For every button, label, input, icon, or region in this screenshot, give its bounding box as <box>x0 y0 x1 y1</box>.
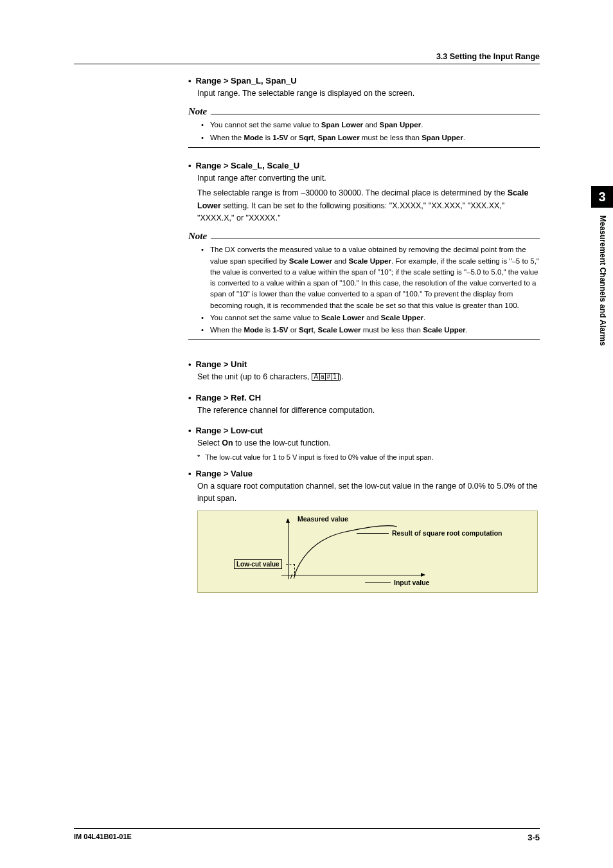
note-list: The DX converts the measured value to a … <box>210 244 540 336</box>
body-refch: The reference channel for difference com… <box>197 404 540 417</box>
note-item: You cannot set the same value to Scale L… <box>210 312 540 323</box>
label-measured: Measured value <box>298 515 348 523</box>
label-result: Result of square root computation <box>392 529 502 537</box>
body-scale-1: Input range after converting the unit. <box>197 172 540 185</box>
lead-line <box>357 533 389 534</box>
chapter-number: 3 <box>598 190 605 204</box>
page-header: 3.3 Setting the Input Range <box>74 52 540 64</box>
page-footer: IM 04L41B01-01E 3-5 <box>74 828 540 842</box>
note-item: The DX converts the measured value to a … <box>210 244 540 311</box>
asterisk: * <box>197 453 200 461</box>
page-content: 3.3 Setting the Input Range Range > Span… <box>74 52 540 593</box>
note-header: Note <box>188 231 540 242</box>
heading-value: Range > Value <box>188 469 540 478</box>
lead-line <box>365 582 391 583</box>
body-value: On a square root computation channel, se… <box>197 480 540 505</box>
note-label: Note <box>188 231 211 242</box>
keycap-icon: Aa#1 <box>312 373 339 381</box>
heading-scale: Range > Scale_L, Scale_U <box>188 161 540 170</box>
side-tab: 3 Measurement Channels and Alarms <box>591 186 613 461</box>
chapter-number-box: 3 <box>591 186 613 208</box>
note-item: When the Mode is 1-5V or Sqrt, Scale Low… <box>210 325 540 336</box>
body-scale-2: The selectable range is from –30000 to 3… <box>197 187 540 224</box>
lowcut-dash <box>286 564 295 565</box>
note-list: You cannot set the same value to Span Lo… <box>210 120 540 143</box>
heading-unit: Range > Unit <box>188 359 540 369</box>
note-header: Note <box>188 106 540 117</box>
note-end-rule <box>188 339 540 340</box>
chapter-label: Measurement Channels and Alarms <box>591 215 607 346</box>
label-lowcut: Low-cut value <box>234 559 282 569</box>
note-rule <box>211 239 540 239</box>
section-title: 3.3 Setting the Input Range <box>74 52 540 61</box>
body-lowcut: Select On to use the low-cut function. <box>197 437 540 449</box>
body-span: Input range. The selectable range is dis… <box>197 87 540 100</box>
note-label: Note <box>188 106 211 117</box>
doc-id: IM 04L41B01-01E <box>74 833 132 842</box>
body-unit: Set the unit (up to 6 characters, Aa#1). <box>197 371 540 383</box>
page-number: 3-5 <box>528 833 540 842</box>
heading-refch: Range > Ref. CH <box>188 393 540 402</box>
sqrt-diagram: Measured value Result of square root com… <box>197 511 538 593</box>
note-item: When the Mode is 1-5V or Sqrt, Span Lowe… <box>210 132 540 143</box>
footnote-lowcut: *The low-cut value for 1 to 5 V input is… <box>197 453 540 462</box>
note-item: You cannot set the same value to Span Lo… <box>210 120 540 131</box>
heading-span: Range > Span_L, Span_U <box>188 76 540 86</box>
note-end-rule <box>188 147 540 148</box>
sqrt-curve <box>288 524 397 575</box>
main-content: Range > Span_L, Span_U Input range. The … <box>74 76 540 593</box>
note-rule <box>211 114 540 114</box>
heading-lowcut: Range > Low-cut <box>188 426 540 435</box>
label-input: Input value <box>394 579 429 586</box>
